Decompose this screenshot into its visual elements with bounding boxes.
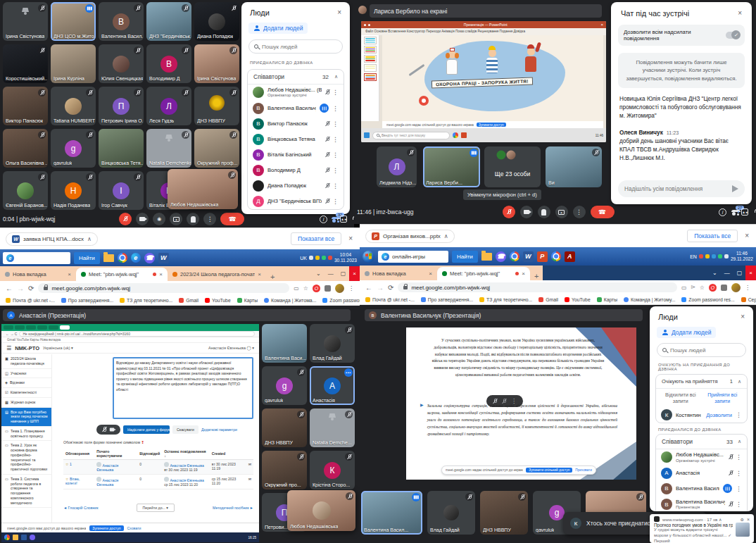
tab-meet-active[interactable]: Meet: "pbn-wjwk-wqj"× xyxy=(76,268,168,281)
powerpoint-icon[interactable] xyxy=(461,132,467,138)
tray-icon[interactable] xyxy=(699,254,703,258)
more-icon[interactable]: ⋮ xyxy=(332,182,339,189)
send-icon[interactable] xyxy=(732,185,738,192)
submit-button[interactable]: Надіслати допис у форум xyxy=(123,425,170,434)
close-icon[interactable]: × xyxy=(738,10,742,17)
close-icon[interactable]: × xyxy=(747,517,750,522)
back-icon[interactable]: ← xyxy=(365,284,372,292)
collapse-icon[interactable]: ∧ xyxy=(738,439,741,444)
address-bar[interactable]: meet.google.com/pbn-wjwk-wqj xyxy=(398,282,677,292)
participant-tile[interactable]: ППетрович Ірина О.. xyxy=(99,87,144,125)
new-tab-button[interactable]: + xyxy=(270,273,275,281)
table-row[interactable]: ☆ Вітаю, колеги! Анастасія Євгеньєва 0 А… xyxy=(63,475,253,489)
mic-button[interactable] xyxy=(119,213,132,225)
more-icon[interactable]: ⋮ xyxy=(736,485,742,492)
viber-icon[interactable]: ☎ xyxy=(144,253,155,263)
show-all-downloads-button[interactable]: Показати все xyxy=(291,232,341,245)
sidebar-item-active[interactable]: ▤Все що Вам потрібно знати перед початко… xyxy=(1,408,51,427)
participant-tile[interactable]: ВВолодимир Д xyxy=(146,44,191,83)
end-call-button[interactable]: ☎ xyxy=(591,206,615,218)
close-icon[interactable]: × xyxy=(337,9,341,16)
participant-tile-floating[interactable]: Любов Недашківська xyxy=(287,490,355,531)
tray-icon[interactable] xyxy=(718,254,722,258)
word-icon[interactable] xyxy=(21,535,27,540)
participant-tile[interactable]: Влад Гайдай xyxy=(310,324,355,363)
people-row[interactable]: ВВінцковська Тетяна⋮ xyxy=(248,132,344,147)
bookmark[interactable]: Сервіси та профіль... xyxy=(741,297,756,302)
extension-o-icon[interactable]: O xyxy=(709,284,717,292)
tray-icon[interactable] xyxy=(322,256,326,260)
participant-tile-speaking[interactable]: Лариса Верби... xyxy=(423,146,480,187)
show-all-downloads-button[interactable]: Показать все xyxy=(687,230,738,242)
close-window-button[interactable]: × xyxy=(349,266,360,281)
inner-user[interactable]: Анастасія Євгеньєва ◯ ▾ xyxy=(208,346,254,350)
raise-hand-button[interactable] xyxy=(538,206,550,218)
chrome-icon[interactable] xyxy=(4,535,10,540)
chrome-icon[interactable] xyxy=(453,132,458,138)
bookmark[interactable]: YouTube xyxy=(565,297,591,302)
search-people-input[interactable] xyxy=(262,44,337,50)
viber-icon[interactable] xyxy=(30,535,35,540)
activities-icon[interactable]: ▲● xyxy=(741,208,748,216)
people-row[interactable]: Любов Недашківс... (Ви)Організатор зустр… xyxy=(656,449,747,466)
participant-tile[interactable]: ІІгор Савчук xyxy=(99,171,144,210)
minimize-button[interactable]: — xyxy=(325,270,337,277)
tab-meet-active[interactable]: Meet: "pbn-wjwk-wqj"× xyxy=(437,267,530,280)
participant-tile[interactable]: Євгеній Баранов... xyxy=(3,171,48,210)
participant-tile-floating[interactable]: Любов Недашківська xyxy=(168,169,238,209)
hide-share-button[interactable]: Приховати xyxy=(575,468,592,472)
stop-share-button[interactable]: Зупинити спільний доступ xyxy=(526,468,572,473)
tray-icon[interactable] xyxy=(724,254,729,258)
edge-icon[interactable]: e xyxy=(131,253,141,263)
search-people-input[interactable] xyxy=(670,347,741,354)
next-link[interactable]: Методичний посібник ► xyxy=(213,506,253,510)
participant-tile[interactable]: Виктор Панасюк xyxy=(3,87,48,125)
jump-to-select[interactable]: Перейти до... ▾ xyxy=(137,504,175,512)
present-button[interactable]: ▲ xyxy=(555,206,568,218)
more-icon[interactable]: ⋮ xyxy=(332,167,339,174)
extensions-icon[interactable] xyxy=(721,285,727,291)
participant-tile[interactable]: ДНЗ "Бердичівськ... xyxy=(146,2,191,41)
self-tile[interactable]: Ви xyxy=(546,146,602,187)
floating-mic-controls[interactable] xyxy=(96,425,120,435)
stop-share-button[interactable]: Зупинити доступ xyxy=(477,123,506,127)
participant-tile-speaking[interactable]: ДНЗ ЦСО м.Жито... xyxy=(51,2,96,41)
participant-tile[interactable]: Коростишівський... xyxy=(3,44,48,83)
participant-tile[interactable]: ggavruluk xyxy=(262,366,307,405)
participant-tile[interactable]: Юлия Свенцицкая xyxy=(99,44,144,83)
sidebar-item[interactable]: ▣2023/24 Школа педагога-початківця xyxy=(1,354,51,369)
advanced-link[interactable]: Додаткові параметри xyxy=(201,427,237,432)
more-icon[interactable]: ⋮ xyxy=(332,105,339,112)
cast-icon[interactable]: ▭ xyxy=(294,285,299,292)
more-options-button[interactable]: ⋮ xyxy=(573,206,586,218)
profile-avatar[interactable] xyxy=(731,283,741,292)
people-row[interactable]: ВВалентина ВасильчукПрезентація⋮ xyxy=(656,497,747,511)
hamburger-icon[interactable]: ☰ xyxy=(6,345,11,351)
participant-tile[interactable]: Ірина Свістунова xyxy=(3,2,48,41)
bookmark[interactable]: Карты xyxy=(597,297,617,302)
extension-o-icon[interactable]: O xyxy=(313,285,320,292)
participant-tile[interactable]: Вінцковська Тетя... xyxy=(99,129,144,168)
search-people[interactable] xyxy=(657,343,746,357)
info-icon[interactable]: i xyxy=(719,208,726,216)
camera-button[interactable] xyxy=(136,213,149,225)
camera-button[interactable] xyxy=(520,206,533,218)
tab-search-chevron[interactable]: ⌄ xyxy=(709,270,721,276)
participant-tile[interactable]: ДНЗ НВВПУ xyxy=(194,87,239,125)
reject-all-button[interactable]: Відхилити всі запити xyxy=(662,392,700,404)
participant-tile-speaking[interactable]: Валентина Васил... xyxy=(361,491,422,535)
tray-icon[interactable] xyxy=(309,256,313,260)
taskbar-search[interactable]: eонлайн-игры xyxy=(378,251,448,263)
maximize-button[interactable]: ▢ xyxy=(337,270,350,277)
people-row[interactable]: ДДНЗ "Бердичівськ ВПУ"⋮ xyxy=(248,194,344,209)
chrome-icon[interactable] xyxy=(510,251,519,261)
gear-icon[interactable]: ⚙ xyxy=(741,517,744,522)
new-tab-button[interactable]: + xyxy=(534,272,538,280)
close-icon[interactable]: × xyxy=(348,235,353,242)
bookmark[interactable]: Про затвердження... xyxy=(421,297,473,302)
participant-tile[interactable]: Ольга Василівна ... xyxy=(3,129,48,168)
more-options-button[interactable]: ⋮ xyxy=(203,213,216,225)
extensions-icon[interactable] xyxy=(325,285,331,292)
more-icon[interactable]: ⋮ xyxy=(736,411,742,418)
tab-new[interactable]: Нова вкладка× xyxy=(360,267,437,280)
